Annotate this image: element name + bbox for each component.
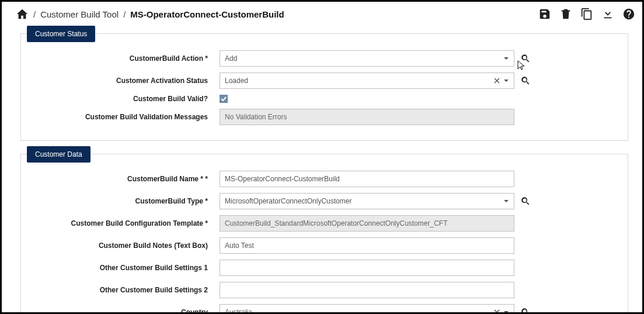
country-label: Country (21, 308, 220, 314)
chevron-down-icon[interactable] (503, 56, 509, 61)
activation-value: Loaded (225, 77, 490, 85)
type-value: MicrosoftOperatorConnectOnlyCustomer (225, 197, 500, 205)
template-label: Customer Build Configuration Template * (21, 219, 220, 227)
download-icon[interactable] (601, 8, 614, 20)
customer-data-header: Customer Data (27, 146, 90, 163)
customer-status-panel: Customer Status CustomerBuild Action * A… (20, 33, 628, 141)
clear-icon[interactable] (494, 309, 500, 314)
country-value: Australia (225, 308, 490, 314)
clear-icon[interactable] (494, 78, 500, 84)
name-value: MS-OperatorConnect-CustomerBuild (225, 175, 509, 183)
other1-input[interactable] (220, 260, 514, 276)
name-input[interactable]: MS-OperatorConnect-CustomerBuild (220, 171, 514, 187)
search-icon[interactable] (520, 53, 531, 64)
notes-value: Auto Test (225, 241, 509, 250)
template-input: CustomerBuild_StandardMicrosoftOperatorC… (220, 215, 514, 232)
chevron-down-icon[interactable] (503, 309, 509, 314)
name-label: CustomerBuild Name * * (21, 175, 220, 183)
breadcrumb-tool[interactable]: Customer Build Tool (40, 9, 119, 19)
other2-input[interactable] (220, 282, 514, 298)
header-actions (538, 8, 635, 20)
search-icon[interactable] (520, 196, 531, 206)
header: / Customer Build Tool / MS-OperatorConne… (2, 2, 642, 27)
other2-label: Other Customer Build Settings 2 (21, 286, 220, 294)
help-icon[interactable] (622, 8, 635, 20)
chevron-down-icon[interactable] (503, 198, 509, 204)
valid-label: Customer Build Valid? (21, 95, 220, 103)
customer-status-header: Customer Status (27, 26, 95, 42)
save-icon[interactable] (538, 8, 551, 20)
activation-label: Customer Activation Status (21, 77, 220, 85)
breadcrumb-separator: / (123, 9, 126, 19)
country-select[interactable]: Australia (220, 304, 514, 314)
activation-select[interactable]: Loaded (220, 73, 514, 89)
other1-label: Other Customer Build Settings 1 (21, 264, 220, 272)
breadcrumb-separator: / (33, 9, 36, 19)
search-icon[interactable] (520, 307, 531, 314)
action-label: CustomerBuild Action * (21, 54, 220, 63)
valid-checkbox[interactable] (220, 95, 228, 103)
home-icon[interactable] (16, 8, 29, 20)
type-select[interactable]: MicrosoftOperatorConnectOnlyCustomer (220, 193, 514, 209)
content: Customer Status CustomerBuild Action * A… (2, 27, 642, 314)
copy-icon[interactable] (580, 8, 593, 20)
customer-data-panel: Customer Data CustomerBuild Name * * MS-… (20, 154, 628, 314)
validation-msg-label: Customer Build Validation Messages (21, 113, 220, 121)
delete-icon[interactable] (559, 8, 572, 20)
breadcrumb: / Customer Build Tool / MS-OperatorConne… (16, 8, 284, 20)
notes-label: Customer Build Notes (Text Box) (21, 241, 220, 250)
validation-msg-field: No Validation Errors (220, 109, 514, 125)
type-label: CustomerBuild Type * (21, 197, 220, 205)
chevron-down-icon[interactable] (503, 78, 509, 84)
validation-msg-value: No Validation Errors (225, 113, 509, 121)
notes-input[interactable]: Auto Test (220, 237, 514, 254)
search-icon[interactable] (520, 75, 531, 86)
action-select[interactable]: Add (220, 50, 514, 67)
template-value: CustomerBuild_StandardMicrosoftOperatorC… (225, 219, 509, 227)
breadcrumb-current: MS-OperatorConnect-CustomerBuild (130, 9, 284, 19)
action-value: Add (225, 54, 500, 63)
